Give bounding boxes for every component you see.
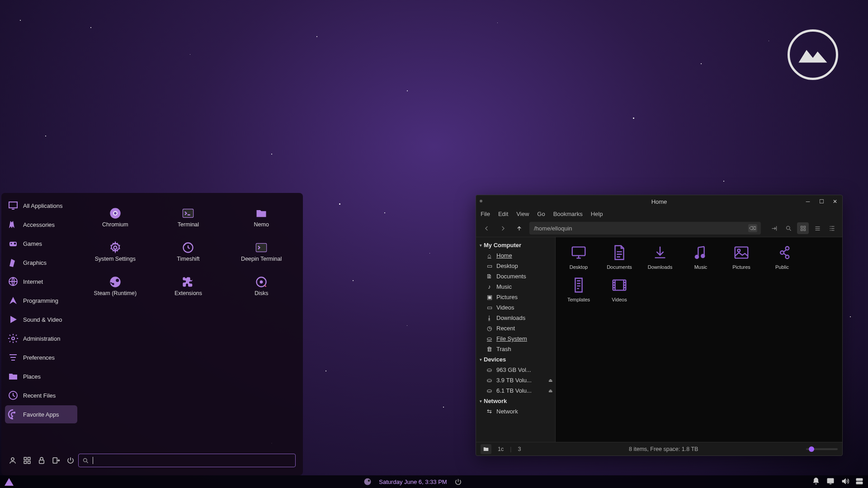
app-chromium[interactable]: Chromium [80,201,151,234]
category-internet[interactable]: Internet [5,272,77,291]
folder-templates[interactable]: Templates [561,275,596,302]
app-steam-runtime-[interactable]: Steam (Runtime) [80,270,151,302]
power-tray-icon[interactable] [454,478,462,486]
menu-help[interactable]: Help [591,211,603,217]
app-extensions[interactable]: Extensions [153,270,224,302]
app-system-settings[interactable]: System Settings [80,235,151,268]
sidebar-item-documents[interactable]: 🗎Documents [476,271,555,282]
status-folder-button[interactable] [481,444,491,454]
zoom-slider[interactable] [806,448,838,450]
app-nemo[interactable]: Nemo [226,201,297,234]
app-deepin-terminal[interactable]: Deepin Terminal [226,235,297,268]
folder-public[interactable]: Public [764,243,800,270]
category-places[interactable]: Places [5,367,77,385]
nav-up-button[interactable] [513,222,525,234]
start-menu: All ApplicationsAccessoriesGamesGraphics… [1,193,303,475]
sidebar-item-trash[interactable]: 🗑Trash [476,344,555,354]
templates-big-icon [569,275,589,295]
eject-icon[interactable]: ⏏ [548,388,552,393]
folder-videos[interactable]: Videos [602,275,637,302]
drive-icon: ⛀ [486,335,493,342]
eject-icon[interactable]: ⏏ [548,378,552,383]
steam-tray-icon[interactable] [363,478,372,486]
search-input-wrap[interactable] [78,454,296,467]
icon-view-button[interactable] [797,222,809,234]
fm-content[interactable]: DesktopDocumentsDownloadsMusicPicturesPu… [556,237,842,442]
search-input[interactable] [97,457,292,464]
display-tray-icon[interactable] [826,477,835,487]
category-graphics[interactable]: Graphics [5,253,77,272]
menu-bookmarks[interactable]: Bookmarks [553,211,583,217]
desktop-mini-icon: ▭ [486,263,493,269]
list-view-button[interactable] [811,222,823,234]
svg-point-19 [11,458,14,460]
svg-rect-10 [183,209,193,218]
folder-documents[interactable]: Documents [602,243,637,270]
lock-icon[interactable] [38,456,46,465]
network-tray-icon[interactable] [855,477,863,487]
compact-view-button[interactable] [826,222,838,234]
power-icon[interactable] [66,456,75,465]
category-sound-video[interactable]: Sound & Video [5,310,77,328]
folder-desktop[interactable]: Desktop [561,243,596,270]
sidebar-header-my-computer[interactable]: My Computer [476,240,555,250]
category-favorite-apps[interactable]: Favorite Apps [5,405,77,423]
minimize-button[interactable]: ─ [803,197,812,206]
notification-icon[interactable] [812,477,820,487]
svg-rect-21 [28,457,30,460]
nav-back-button[interactable] [481,222,492,234]
sidebar-item-network[interactable]: ⇆Network [476,406,555,417]
category-preferences[interactable]: Preferences [5,348,77,366]
close-button[interactable]: ✕ [830,197,840,206]
svg-point-41 [364,479,371,485]
grid-icon[interactable] [23,456,31,465]
sidebar-header-network[interactable]: Network [476,396,555,406]
sidebar-item-music[interactable]: ♪Music [476,282,555,292]
puzzle-icon [182,276,194,288]
category-all-applications[interactable]: All Applications [5,197,77,215]
start-menu-footer [5,449,299,472]
category-accessories[interactable]: Accessories [5,216,77,234]
sidebar-item-pictures[interactable]: ▣Pictures [476,292,555,302]
category-administration[interactable]: Administration [5,329,77,347]
volume-icon[interactable] [841,477,849,487]
sidebar-item-downloads[interactable]: ⭳Downloads [476,313,555,323]
folder-pictures[interactable]: Pictures [724,243,759,270]
logout-icon[interactable] [52,456,60,465]
start-button[interactable] [5,478,14,486]
svg-rect-0 [9,202,17,208]
app-disks[interactable]: Disks [226,270,297,302]
drive-icon: ⛀ [486,366,493,373]
user-icon[interactable] [9,456,17,465]
menu-go[interactable]: Go [537,211,545,217]
folder-downloads[interactable]: Downloads [642,243,678,270]
clock[interactable]: Saturday June 6, 3:33 PM [379,479,447,485]
nav-forward-button[interactable] [497,222,509,234]
category-programming[interactable]: Programming [5,291,77,310]
menu-edit[interactable]: Edit [498,211,508,217]
sidebar-item-file-system[interactable]: ⛀File System [476,333,555,344]
category-games[interactable]: Games [5,235,77,253]
app-timeshift[interactable]: Timeshift [153,235,224,268]
path-input[interactable]: /home/elloquin ⌫ [529,222,761,235]
path-clear-button[interactable]: ⌫ [748,224,757,232]
sidebar-item-6-1-tb-volu-[interactable]: ⛀6.1 TB Volu...⏏ [476,385,555,396]
sidebar-item-963-gb-vol-[interactable]: ⛀963 GB Vol... [476,365,555,375]
app-terminal[interactable]: Terminal [153,201,224,234]
window-titlebar[interactable]: Home ─ ☐ ✕ [476,195,842,208]
sidebar-item-home[interactable]: ⌂Home [476,250,555,261]
maximize-button[interactable]: ☐ [817,197,826,206]
svg-rect-13 [256,244,266,252]
sidebar-item-3-9-tb-volu-[interactable]: ⛀3.9 TB Volu...⏏ [476,375,555,385]
menu-file[interactable]: File [481,211,490,217]
sidebar-item-videos[interactable]: ▭Videos [476,302,555,313]
sidebar-item-recent[interactable]: ◷Recent [476,323,555,333]
toggle-path-button[interactable] [768,222,780,234]
network-icon: ⇆ [486,408,493,415]
sidebar-item-desktop[interactable]: ▭Desktop [476,261,555,271]
sidebar-header-devices[interactable]: Devices [476,354,555,365]
category-recent-files[interactable]: Recent Files [5,386,77,404]
search-button[interactable] [783,222,794,234]
menu-view[interactable]: View [516,211,529,217]
folder-music[interactable]: Music [683,243,718,270]
